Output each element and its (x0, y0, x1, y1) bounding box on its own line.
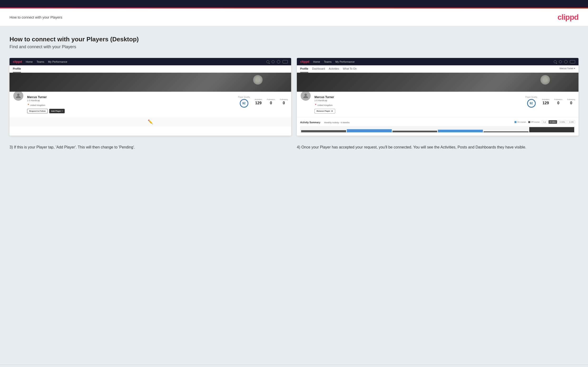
legend-oncourse: On course (515, 121, 526, 123)
page-heading: How to connect with your Players (Deskto… (9, 36, 579, 43)
period-buttons: 1 yr 6 mths 3 mths 1 mth (542, 120, 575, 124)
mock-nav-2: clippd Home Teams My Performance (297, 58, 579, 65)
mock-avatar-2 (300, 90, 311, 101)
screenshot-1: clippd Home Teams My Performance Profile (9, 58, 291, 136)
bar-6 (529, 127, 574, 132)
mock-nav-icons-2 (554, 60, 575, 63)
mock-nav-perf-2: My Performance (335, 60, 355, 63)
cursor-icon: ✏️ (148, 119, 153, 125)
request-follow-btn[interactable]: Request to Follow (27, 109, 48, 113)
mock-avatar-1 (13, 90, 24, 101)
legend-offcourse: Off course (528, 121, 540, 123)
pq-circle-2: 92 (527, 99, 536, 108)
legend: On course Off course (515, 121, 540, 123)
mock-nav-home-2: Home (313, 60, 320, 63)
player-quality-1: Player Quality 92 (238, 96, 250, 108)
mock-nav-perf-1: My Performance (48, 60, 67, 63)
mock-nav-teams-2: Teams (324, 60, 332, 63)
mock-stats-2: Player Quality 92 Activities 129 Followe… (526, 94, 575, 108)
mock-stat-activities-2: Activities 129 (542, 98, 549, 105)
mock-tabs-1: Profile (9, 65, 291, 73)
mock-activity-header: Activity Summary Monthly Activity · 6 Mo… (300, 120, 575, 124)
mock-stat-activities-1: Activities 129 (254, 98, 262, 105)
user-icon-1 (272, 60, 275, 63)
period-3mths[interactable]: 3 mths (558, 120, 567, 124)
player-handicap-1: 1-5 Handicap (27, 99, 235, 102)
mock-tab-activities[interactable]: Activities (329, 65, 339, 72)
mock-nav-1: clippd Home Teams My Performance (9, 58, 291, 65)
add-player-btn[interactable]: Add Player + (49, 109, 65, 113)
activity-period-label: Monthly Activity · 6 Months (324, 121, 350, 124)
mock-activity-section: Activity Summary Monthly Activity · 6 Mo… (297, 117, 579, 136)
activity-controls: On course Off course 1 yr 6 mths 3 mths (515, 120, 575, 124)
bar-2 (347, 129, 392, 132)
mock-profile-info-2: Marcus Turner 1-5 Handicap 📍 United King… (314, 94, 522, 114)
user-icon-2 (559, 60, 562, 63)
mock-buttons-1: Request to Follow Add Player + (27, 109, 235, 113)
mock-cursor-area: ✏️ (9, 117, 291, 127)
player-handicap-2: 1-5 Handicap (314, 99, 522, 102)
period-1mth[interactable]: 1 mth (568, 120, 575, 124)
svg-point-0 (17, 94, 19, 96)
mock-stat-followers-2: Followers 0 (554, 98, 562, 105)
mock-tab-dashboard[interactable]: Dashboard (312, 65, 325, 72)
settings-icon-1 (277, 60, 280, 63)
screenshot-2: clippd Home Teams My Performance Profile (297, 58, 579, 136)
player-name-1: Marcus Turner (27, 95, 235, 99)
mock-profile-row-1: Marcus Turner 1-5 Handicap 📍 United King… (13, 94, 288, 113)
mock-tab-profile-1[interactable]: Profile (13, 65, 21, 72)
settings-icon-2 (564, 60, 568, 63)
bar-4 (438, 130, 483, 132)
flag-icon-2 (570, 60, 575, 63)
caption-3: 3) If this is your Player tap, 'Add Play… (9, 144, 291, 150)
mock-profile-section-2: Marcus Turner 1-5 Handicap 📍 United King… (297, 92, 579, 117)
page-header: How to connect with your Players clippd (0, 8, 588, 26)
mock-nav-teams-1: Teams (37, 60, 44, 63)
activity-left: Activity Summary Monthly Activity · 6 Mo… (300, 120, 349, 124)
clippd-logo: clippd (558, 13, 579, 22)
player-location-1: 📍 United Kingdom (27, 104, 45, 107)
pq-circle-1: 92 (240, 99, 248, 108)
captions-grid: 3) If this is your Player tap, 'Add Play… (9, 144, 579, 150)
mock-stat-following-1: Following 0 (280, 98, 288, 105)
period-6mths[interactable]: 6 mths (548, 120, 557, 124)
mock-tabs-2: Profile Dashboard Activities What To On … (297, 65, 579, 73)
caption-4: 4) Once your Player has accepted your re… (297, 144, 579, 150)
svg-point-1 (304, 94, 307, 96)
activity-chart (300, 126, 575, 133)
header-title: How to connect with your Players (9, 15, 62, 19)
mock-tab-profile-2[interactable]: Profile (300, 65, 308, 72)
mock-banner-2 (297, 73, 579, 92)
page-subheading: Find and connect with your Players (9, 44, 579, 50)
mock-profile-section-1: Marcus Turner 1-5 Handicap 📍 United King… (9, 92, 291, 117)
mock-logo-2: clippd (300, 60, 309, 63)
mock-stat-following-2: Following 0 (567, 98, 575, 105)
oncourse-dot (515, 121, 516, 123)
remove-player-btn[interactable]: Remove Player ✕ (314, 109, 335, 114)
top-bar (0, 0, 588, 8)
mock-buttons-2: Remove Player ✕ (314, 109, 522, 114)
mock-profile-info-1: Marcus Turner 1-5 Handicap 📍 United King… (27, 94, 235, 113)
bar-1 (301, 130, 346, 132)
player-name-2: Marcus Turner (314, 95, 522, 99)
bar-5 (484, 131, 528, 132)
mock-nav-home-1: Home (26, 60, 33, 63)
player-quality-2: Player Quality 92 (526, 96, 537, 108)
period-1yr[interactable]: 1 yr (542, 120, 548, 124)
bar-3 (392, 131, 437, 132)
search-icon-1 (266, 60, 269, 63)
flag-icon-1 (283, 60, 288, 63)
mock-stat-followers-1: Followers 0 (267, 98, 275, 105)
player-location-2: 📍 United Kingdom (314, 104, 333, 107)
offcourse-dot (528, 121, 530, 123)
mock-banner-1 (9, 73, 291, 92)
page-footer: Copyright Clippd 2022 (0, 365, 588, 367)
player-dropdown[interactable]: Marcus Turner ▾ (560, 65, 575, 72)
mock-profile-row-2: Marcus Turner 1-5 Handicap 📍 United King… (300, 94, 575, 114)
main-content: How to connect with your Players (Deskto… (0, 26, 588, 365)
mock-logo-1: clippd (13, 60, 22, 63)
mock-tab-whattoon[interactable]: What To On (343, 65, 356, 72)
screenshots-grid: clippd Home Teams My Performance Profile (9, 58, 579, 136)
search-icon-2 (554, 60, 557, 63)
mock-stats-1: Player Quality 92 Activities 129 Followe… (238, 94, 288, 108)
